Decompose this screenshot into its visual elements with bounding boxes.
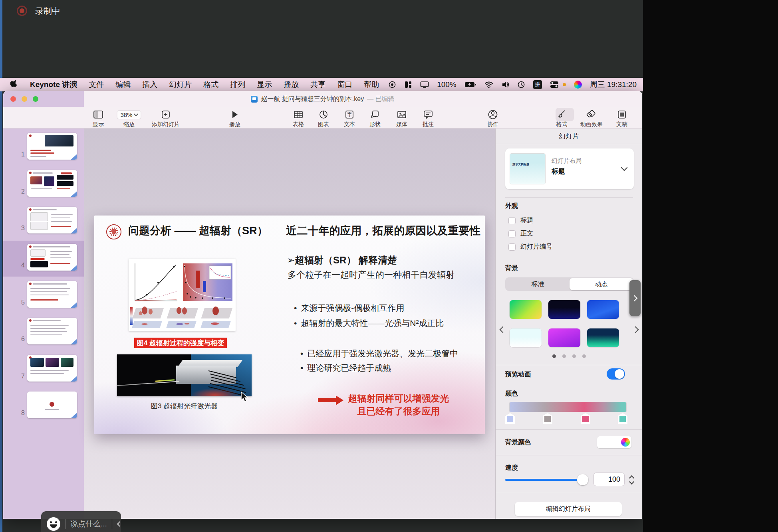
menubar-item[interactable]: 排列 xyxy=(230,79,245,90)
background-swatch[interactable] xyxy=(587,328,619,347)
stage-manager-icon[interactable] xyxy=(404,81,412,89)
checkbox-row-title[interactable]: 标题 xyxy=(508,216,533,225)
sidebar-collapse-handle[interactable] xyxy=(629,280,641,316)
slide-thumbnail-1[interactable] xyxy=(27,133,77,160)
background-swatch[interactable] xyxy=(510,300,542,319)
keynote-toolbar: 显示 38% 缩放 添加幻灯片 播放 表格 xyxy=(3,107,642,129)
slide-title: 问题分析 —— 超辐射（SR）近二十年的应用，拓展的原因以及重要性 xyxy=(128,223,476,238)
background-swatch[interactable] xyxy=(587,300,619,319)
tab-standard[interactable]: 标准 xyxy=(506,278,570,290)
menubar-app-name[interactable]: Keynote 讲演 xyxy=(30,79,77,90)
checkbox-row-body[interactable]: 正文 xyxy=(508,229,533,238)
table-button[interactable]: 表格 xyxy=(293,109,304,128)
control-center-icon[interactable] xyxy=(550,81,560,89)
format-button[interactable]: 格式 xyxy=(556,109,567,128)
checkbox[interactable] xyxy=(508,243,516,251)
menubar-item[interactable]: 显示 xyxy=(257,79,272,90)
menubar-item[interactable]: 帮助 xyxy=(364,79,379,90)
speed-value-field[interactable]: 100 xyxy=(594,473,624,486)
slide-thumbnail-7[interactable] xyxy=(27,355,77,382)
emoji-button[interactable] xyxy=(47,517,60,531)
speed-slider-track[interactable] xyxy=(505,479,587,481)
checkbox-row-slide-number[interactable]: 幻灯片编号 xyxy=(508,243,552,251)
battery-icon[interactable] xyxy=(464,81,476,88)
menubar-item[interactable]: 文件 xyxy=(89,79,104,90)
zoom-control[interactable]: 38% 缩放 xyxy=(117,109,141,128)
siri-icon[interactable] xyxy=(574,81,582,89)
menubar-item[interactable]: 窗口 xyxy=(337,79,352,90)
apple-menu-icon[interactable] xyxy=(10,80,18,89)
background-swatch[interactable] xyxy=(548,300,580,319)
menubar-item[interactable]: 共享 xyxy=(310,79,325,90)
menubar-item[interactable]: 格式 xyxy=(203,79,218,90)
figure3-photo xyxy=(117,354,252,396)
background-title: 背景 xyxy=(505,264,518,273)
add-slide-button[interactable]: 添加幻灯片 xyxy=(152,109,180,128)
red-arrow xyxy=(318,398,336,402)
text-button[interactable]: 字 文本 xyxy=(344,109,355,128)
play-button[interactable]: 播放 xyxy=(229,109,240,128)
color-label: 颜色 xyxy=(505,390,518,398)
preview-animation-label: 预览动画 xyxy=(505,370,531,379)
input-method-icon[interactable]: 拼 xyxy=(533,80,542,89)
inspector-header: 幻灯片 xyxy=(496,132,642,141)
slide-layout-card[interactable]: 演示文稿标题 幻灯片布局 标题 xyxy=(505,148,634,189)
battery-percent[interactable]: 100% xyxy=(437,80,456,89)
animate-button[interactable]: 动画效果 xyxy=(580,109,603,128)
swatch-next-arrow[interactable] xyxy=(632,326,639,333)
slide-thumbnail-4[interactable] xyxy=(27,244,77,271)
slide-thumbnail-3[interactable] xyxy=(27,207,77,233)
comment-button[interactable]: 批注 xyxy=(423,109,434,128)
document-button[interactable]: 文稿 xyxy=(616,109,627,128)
gradient-stop-handle[interactable] xyxy=(581,413,590,424)
slide-heading: ➢超辐射（SR） 解释清楚 xyxy=(287,254,397,267)
edit-slide-layout-button[interactable]: 编辑幻灯片布局 xyxy=(515,502,622,516)
appearance-title: 外观 xyxy=(505,202,518,210)
wifi-icon[interactable] xyxy=(484,81,493,88)
slide-thumbnail-5[interactable] xyxy=(27,281,77,308)
background-swatch[interactable] xyxy=(510,328,542,347)
time-machine-icon[interactable] xyxy=(517,81,525,89)
slide-thumbnail-2[interactable] xyxy=(27,170,77,197)
slide-thumbnail-8[interactable] xyxy=(27,392,77,418)
tab-dynamic[interactable]: 动态 xyxy=(570,278,633,290)
menubar-item[interactable]: 插入 xyxy=(142,79,157,90)
menubar-item[interactable]: 播放 xyxy=(284,79,299,90)
menubar-item[interactable]: 编辑 xyxy=(115,79,131,90)
chart-button[interactable]: 图表 xyxy=(318,109,329,128)
chat-collapse-icon[interactable] xyxy=(117,521,123,527)
format-inspector: 幻灯片 演示文稿标题 幻灯片布局 标题 外观 标题 正文 幻灯片编号 背景 标准… xyxy=(495,129,642,519)
keynote-window: 赵一航 提问与猜想三分钟的副本.key — 已编辑 显示 38% 缩放 添加幻灯… xyxy=(3,91,642,519)
airplay-icon[interactable] xyxy=(388,81,396,89)
collaborate-button[interactable]: 协作 xyxy=(487,109,498,128)
checkbox[interactable] xyxy=(508,230,516,237)
background-swatch[interactable] xyxy=(548,328,580,347)
gradient-stop-handle[interactable] xyxy=(618,413,627,424)
slide-thumbnail-6[interactable] xyxy=(27,318,77,344)
menubar-clock[interactable]: 周三 19:31:20 xyxy=(590,79,637,90)
preview-animation-toggle[interactable] xyxy=(607,368,625,380)
swatch-prev-arrow[interactable] xyxy=(500,326,506,333)
media-button[interactable]: 媒体 xyxy=(396,109,407,128)
speed-label: 速度 xyxy=(505,464,518,472)
color-gradient-bar[interactable] xyxy=(510,402,626,412)
gradient-stop-handle[interactable] xyxy=(543,413,552,424)
display-icon[interactable] xyxy=(420,81,429,89)
swatch-pagination-dots[interactable] xyxy=(496,354,642,358)
background-color-well[interactable] xyxy=(597,436,631,448)
shape-button[interactable]: 形状 xyxy=(369,109,381,128)
chevron-down-icon[interactable] xyxy=(621,164,628,171)
menubar-item[interactable]: 幻灯片 xyxy=(169,79,192,90)
gradient-stop-handle[interactable] xyxy=(505,413,515,424)
volume-icon[interactable] xyxy=(501,81,509,88)
speed-stepper[interactable] xyxy=(627,474,635,485)
layout-value: 标题 xyxy=(552,167,565,176)
color-wheel-icon[interactable] xyxy=(621,438,630,447)
window-title: 赵一航 提问与猜想三分钟的副本.key xyxy=(261,95,364,103)
checkbox[interactable] xyxy=(508,217,516,224)
view-button[interactable]: 显示 xyxy=(93,109,104,128)
slide-number: 3 xyxy=(17,225,25,232)
chat-input[interactable]: 说点什么... xyxy=(70,519,107,529)
slide-bullet: •来源于强偶极-偶极相互作用 xyxy=(294,303,404,314)
speed-slider-knob[interactable] xyxy=(577,474,588,485)
